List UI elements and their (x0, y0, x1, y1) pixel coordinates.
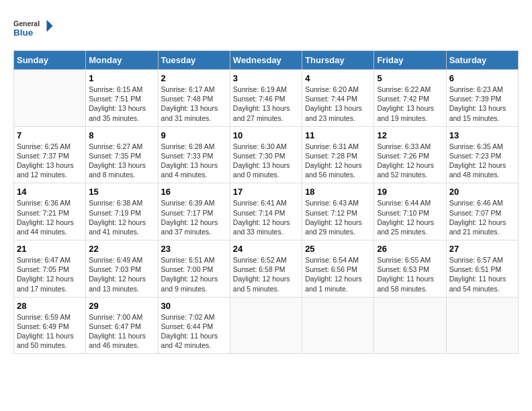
calendar-cell: 7 Sunrise: 6:25 AM Sunset: 7:37 PM Dayli… (14, 126, 86, 183)
day-number: 17 (233, 187, 299, 197)
day-info: Sunrise: 6:22 AM Sunset: 7:42 PM Dayligh… (377, 85, 443, 123)
sunrise: Sunrise: 6:46 AM (449, 199, 503, 207)
day-info: Sunrise: 6:49 AM Sunset: 7:03 PM Dayligh… (89, 255, 154, 293)
calendar-cell (14, 70, 86, 127)
calendar-cell: 28 Sunrise: 6:59 AM Sunset: 6:49 PM Dayl… (14, 297, 86, 354)
sunset: Sunset: 7:39 PM (449, 95, 502, 103)
sunrise: Sunrise: 6:28 AM (161, 142, 215, 150)
day-number: 10 (233, 130, 299, 140)
sunrise: Sunrise: 6:23 AM (449, 85, 503, 93)
day-info: Sunrise: 6:52 AM Sunset: 6:58 PM Dayligh… (233, 255, 299, 293)
day-info: Sunrise: 6:25 AM Sunset: 7:37 PM Dayligh… (17, 142, 83, 180)
calendar-cell: 10 Sunrise: 6:30 AM Sunset: 7:30 PM Dayl… (230, 126, 302, 183)
day-number: 4 (305, 73, 371, 83)
day-number: 13 (449, 130, 515, 140)
calendar-cell: 5 Sunrise: 6:22 AM Sunset: 7:42 PM Dayli… (374, 70, 446, 127)
sunset: Sunset: 6:53 PM (377, 265, 429, 273)
calendar-cell: 22 Sunrise: 6:49 AM Sunset: 7:03 PM Dayl… (86, 240, 158, 298)
sunrise: Sunrise: 6:38 AM (89, 199, 142, 207)
daylight: Daylight: 12 hours and 44 minutes. (17, 218, 74, 236)
sunset: Sunset: 7:26 PM (377, 152, 429, 160)
calendar-body: 1 Sunrise: 6:15 AM Sunset: 7:51 PM Dayli… (14, 70, 519, 354)
day-info: Sunrise: 6:43 AM Sunset: 7:12 PM Dayligh… (305, 198, 371, 236)
calendar-table: SundayMondayTuesdayWednesdayThursdayFrid… (13, 50, 519, 354)
sunset: Sunset: 7:51 PM (89, 95, 141, 103)
sunrise: Sunrise: 6:41 AM (233, 199, 287, 207)
sunrise: Sunrise: 6:15 AM (89, 85, 142, 93)
daylight: Daylight: 12 hours and 9 minutes. (161, 275, 218, 292)
calendar-cell: 13 Sunrise: 6:35 AM Sunset: 7:23 PM Dayl… (446, 126, 518, 183)
day-info: Sunrise: 6:47 AM Sunset: 7:05 PM Dayligh… (17, 255, 83, 293)
sunrise: Sunrise: 6:52 AM (233, 256, 287, 264)
sunrise: Sunrise: 6:31 AM (305, 142, 359, 150)
calendar-cell: 27 Sunrise: 6:57 AM Sunset: 6:51 PM Dayl… (446, 240, 518, 298)
sunrise: Sunrise: 6:35 AM (449, 142, 503, 150)
sunset: Sunset: 7:35 PM (89, 152, 141, 160)
daylight: Daylight: 12 hours and 13 minutes. (89, 275, 146, 292)
daylight: Daylight: 12 hours and 56 minutes. (305, 161, 362, 179)
sunrise: Sunrise: 6:59 AM (17, 313, 71, 321)
sunset: Sunset: 7:46 PM (233, 95, 285, 103)
daylight: Daylight: 13 hours and 0 minutes. (233, 161, 290, 179)
sunrise: Sunrise: 6:33 AM (377, 142, 431, 150)
calendar-cell: 4 Sunrise: 6:20 AM Sunset: 7:44 PM Dayli… (302, 70, 374, 127)
daylight: Daylight: 12 hours and 5 minutes. (233, 275, 290, 292)
calendar-cell: 20 Sunrise: 6:46 AM Sunset: 7:07 PM Dayl… (446, 183, 518, 240)
daylight: Daylight: 11 hours and 46 minutes. (89, 332, 146, 349)
sunrise: Sunrise: 6:27 AM (89, 142, 142, 150)
calendar-cell: 26 Sunrise: 6:55 AM Sunset: 6:53 PM Dayl… (374, 240, 446, 298)
day-number: 5 (377, 73, 443, 83)
sunset: Sunset: 7:19 PM (89, 209, 141, 217)
logo-svg: General Blue (13, 13, 54, 44)
daylight: Daylight: 13 hours and 27 minutes. (233, 104, 290, 122)
day-info: Sunrise: 6:35 AM Sunset: 7:23 PM Dayligh… (449, 142, 515, 180)
header-day: Friday (374, 51, 446, 70)
day-number: 28 (17, 301, 83, 311)
sunset: Sunset: 7:42 PM (377, 95, 429, 103)
calendar-cell: 14 Sunrise: 6:36 AM Sunset: 7:21 PM Dayl… (14, 183, 86, 240)
sunrise: Sunrise: 6:44 AM (377, 199, 431, 207)
sunrise: Sunrise: 7:02 AM (161, 313, 215, 321)
daylight: Daylight: 13 hours and 31 minutes. (161, 104, 218, 122)
day-info: Sunrise: 6:54 AM Sunset: 6:56 PM Dayligh… (305, 255, 371, 293)
calendar-cell (374, 297, 446, 354)
day-number: 16 (161, 187, 227, 197)
sunrise: Sunrise: 6:20 AM (305, 85, 359, 93)
day-info: Sunrise: 6:17 AM Sunset: 7:48 PM Dayligh… (161, 85, 227, 123)
day-info: Sunrise: 7:02 AM Sunset: 6:44 PM Dayligh… (161, 312, 227, 351)
daylight: Daylight: 13 hours and 19 minutes. (377, 104, 434, 122)
day-info: Sunrise: 6:30 AM Sunset: 7:30 PM Dayligh… (233, 142, 299, 180)
sunrise: Sunrise: 6:47 AM (17, 256, 71, 264)
day-number: 29 (89, 301, 154, 311)
sunrise: Sunrise: 6:30 AM (233, 142, 287, 150)
sunrise: Sunrise: 6:51 AM (161, 256, 215, 264)
calendar-cell: 12 Sunrise: 6:33 AM Sunset: 7:26 PM Dayl… (374, 126, 446, 183)
calendar-cell: 1 Sunrise: 6:15 AM Sunset: 7:51 PM Dayli… (86, 70, 158, 127)
sunset: Sunset: 7:12 PM (305, 209, 357, 217)
daylight: Daylight: 13 hours and 15 minutes. (449, 104, 506, 122)
sunset: Sunset: 7:30 PM (233, 152, 285, 160)
week-row: 1 Sunrise: 6:15 AM Sunset: 7:51 PM Dayli… (14, 70, 519, 127)
sunrise: Sunrise: 7:00 AM (89, 313, 142, 321)
calendar-cell: 3 Sunrise: 6:19 AM Sunset: 7:46 PM Dayli… (230, 70, 302, 127)
calendar-cell: 8 Sunrise: 6:27 AM Sunset: 7:35 PM Dayli… (86, 126, 158, 183)
daylight: Daylight: 12 hours and 52 minutes. (377, 161, 434, 179)
header-day: Sunday (14, 51, 86, 70)
logo: General Blue (13, 13, 54, 44)
day-info: Sunrise: 6:33 AM Sunset: 7:26 PM Dayligh… (377, 142, 443, 180)
day-number: 22 (89, 244, 154, 254)
daylight: Daylight: 13 hours and 23 minutes. (305, 104, 362, 122)
daylight: Daylight: 12 hours and 21 minutes. (449, 218, 506, 236)
svg-text:General: General (13, 19, 40, 28)
sunset: Sunset: 7:48 PM (161, 95, 214, 103)
header-day: Saturday (446, 51, 518, 70)
sunset: Sunset: 7:21 PM (17, 209, 69, 217)
svg-marker-2 (47, 19, 53, 32)
calendar-cell: 21 Sunrise: 6:47 AM Sunset: 7:05 PM Dayl… (14, 240, 86, 298)
week-row: 28 Sunrise: 6:59 AM Sunset: 6:49 PM Dayl… (14, 297, 519, 354)
day-number: 7 (17, 130, 83, 140)
calendar-cell: 9 Sunrise: 6:28 AM Sunset: 7:33 PM Dayli… (158, 126, 230, 183)
day-number: 6 (449, 73, 515, 83)
calendar-cell: 25 Sunrise: 6:54 AM Sunset: 6:56 PM Dayl… (302, 240, 374, 298)
daylight: Daylight: 12 hours and 17 minutes. (17, 275, 74, 292)
